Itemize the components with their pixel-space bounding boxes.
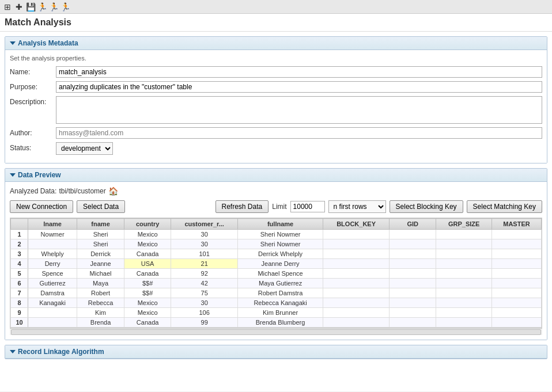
cell-customer-r: 92 xyxy=(171,269,238,279)
name-row: Name: xyxy=(10,66,542,78)
limit-input[interactable] xyxy=(290,201,325,212)
add-icon[interactable]: ✚ xyxy=(14,2,24,12)
select-blocking-key-button[interactable]: Select Blocking Key xyxy=(390,200,463,213)
cell-gid xyxy=(390,259,436,269)
rows-select[interactable]: n first rows random rows xyxy=(328,200,386,213)
cell-fullname: Maya Gutierrez xyxy=(238,279,323,288)
cell-country: $$# xyxy=(124,279,171,288)
cell-grp-size xyxy=(436,239,492,249)
cell-grp-size xyxy=(436,318,492,328)
row-num: 5 xyxy=(11,269,28,279)
cell-master xyxy=(492,279,542,288)
col-rownum xyxy=(11,219,28,230)
author-input[interactable] xyxy=(56,127,542,139)
cell-lname: Kanagaki xyxy=(28,298,77,308)
status-select[interactable]: development testing production xyxy=(56,142,113,155)
home-icon[interactable]: 🏠 xyxy=(108,187,118,196)
record-linkage-title: Record Linkage Algorithm xyxy=(18,348,104,356)
cell-customer-r: 42 xyxy=(171,279,238,288)
col-customer-r[interactable]: customer_r... xyxy=(171,219,238,230)
cell-lname xyxy=(28,239,77,249)
cell-country: Canada xyxy=(124,318,171,328)
col-fullname[interactable]: fullname xyxy=(238,219,323,230)
run2-icon[interactable]: 🏃 xyxy=(48,2,59,12)
cell-block-key xyxy=(323,230,390,239)
cell-lname: Spence xyxy=(28,269,77,279)
cell-grp-size xyxy=(436,259,492,269)
horizontal-scrollbar[interactable] xyxy=(10,328,542,335)
data-preview-section: Data Preview Analyzed Data: tbi/tbi/cust… xyxy=(5,168,547,340)
cell-grp-size xyxy=(436,279,492,288)
cell-fname: Robert xyxy=(77,288,124,298)
cell-block-key xyxy=(323,288,390,298)
name-input[interactable] xyxy=(56,66,542,78)
purpose-input[interactable] xyxy=(56,81,542,93)
col-country[interactable]: country xyxy=(124,219,171,230)
cell-fullname: Michael Spence xyxy=(238,269,323,279)
run-icon[interactable]: 🏃 xyxy=(37,2,47,12)
purpose-label: Purpose: xyxy=(10,81,56,91)
cell-customer-r: 21 xyxy=(171,259,238,269)
col-master[interactable]: MASTER xyxy=(492,219,542,230)
cell-gid xyxy=(390,249,436,259)
cell-fullname: Jeanne Derry xyxy=(238,259,323,269)
new-icon[interactable]: ⊞ xyxy=(2,2,13,12)
cell-country: Mexico xyxy=(124,239,171,249)
cell-master xyxy=(492,259,542,269)
cell-country: Mexico xyxy=(124,230,171,239)
author-row: Author: xyxy=(10,127,542,139)
cell-block-key xyxy=(323,259,390,269)
toolbar: ⊞ ✚ 💾 🏃 🏃 🏃 xyxy=(0,0,552,14)
cell-grp-size xyxy=(436,298,492,308)
cell-gid xyxy=(390,288,436,298)
cell-fullname: Sheri Nowmer xyxy=(238,230,323,239)
analysis-metadata-subtitle: Set the analysis properties. xyxy=(10,55,542,62)
cell-lname: Derry xyxy=(28,259,77,269)
scrollbar-track[interactable] xyxy=(11,329,541,335)
col-block-key[interactable]: BLOCK_KEY xyxy=(323,219,390,230)
name-label: Name: xyxy=(10,66,56,76)
refresh-data-button[interactable]: Refresh Data xyxy=(215,200,269,213)
table-row: 3 Whelply Derrick Canada 101 Derrick Whe… xyxy=(11,249,542,259)
run3-icon[interactable]: 🏃 xyxy=(60,2,70,12)
record-linkage-section: Record Linkage Algorithm xyxy=(5,345,547,359)
status-row: Status: development testing production xyxy=(10,142,542,155)
cell-country: Canada xyxy=(124,249,171,259)
row-num: 2 xyxy=(11,239,28,249)
cell-customer-r: 106 xyxy=(171,308,238,318)
save-icon[interactable]: 💾 xyxy=(25,2,36,12)
col-gid[interactable]: GID xyxy=(390,219,436,230)
row-num: 6 xyxy=(11,279,28,288)
cell-customer-r: 99 xyxy=(171,318,238,328)
cell-lname: Whelply xyxy=(28,249,77,259)
select-data-button[interactable]: Select Data xyxy=(77,200,125,213)
analysis-metadata-title: Analysis Metadata xyxy=(18,39,78,47)
row-num: 7 xyxy=(11,288,28,298)
select-matching-key-button[interactable]: Select Matching Key xyxy=(467,200,542,213)
description-textarea[interactable] xyxy=(56,96,542,124)
col-fname[interactable]: fname xyxy=(77,219,124,230)
analysis-metadata-section: Analysis Metadata Set the analysis prope… xyxy=(5,36,547,163)
record-linkage-header[interactable]: Record Linkage Algorithm xyxy=(5,345,547,359)
cell-master xyxy=(492,318,542,328)
analysis-metadata-header[interactable]: Analysis Metadata xyxy=(5,37,547,50)
purpose-row: Purpose: xyxy=(10,81,542,93)
cell-fname: Derrick xyxy=(77,249,124,259)
col-grp-size[interactable]: GRP_SIZE xyxy=(436,219,492,230)
row-num: 3 xyxy=(11,249,28,259)
data-preview-header[interactable]: Data Preview xyxy=(5,169,547,182)
author-label: Author: xyxy=(10,127,56,137)
cell-fullname: Kim Brunner xyxy=(238,308,323,318)
cell-fname: Brenda xyxy=(77,318,124,328)
data-preview-controls: New Connection Select Data Refresh Data … xyxy=(10,200,542,213)
cell-fname: Rebecca xyxy=(77,298,124,308)
cell-block-key xyxy=(323,249,390,259)
cell-lname: Damstra xyxy=(28,288,77,298)
cell-country: Mexico xyxy=(124,308,171,318)
new-connection-button[interactable]: New Connection xyxy=(10,200,73,213)
data-table-wrapper: lname fname country customer_r... fullna… xyxy=(10,218,542,328)
cell-lname xyxy=(28,308,77,318)
table-row: 6 Gutierrez Maya $$# 42 Maya Gutierrez xyxy=(11,279,542,288)
col-lname[interactable]: lname xyxy=(28,219,77,230)
cell-grp-size xyxy=(436,230,492,239)
